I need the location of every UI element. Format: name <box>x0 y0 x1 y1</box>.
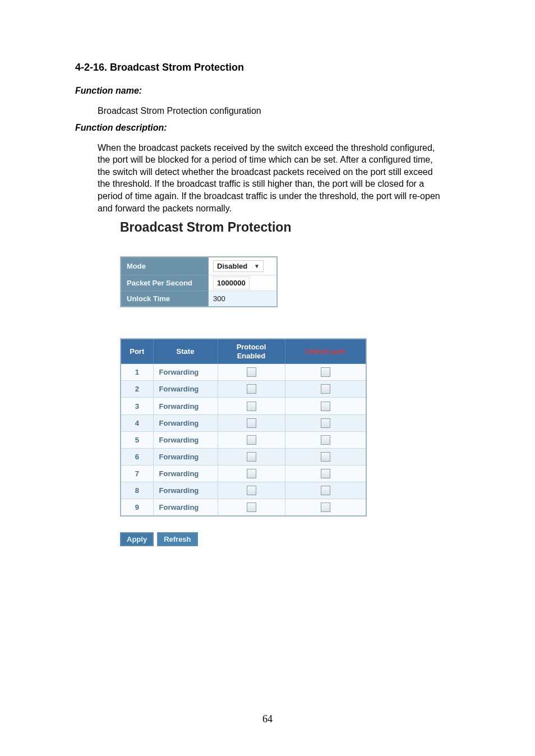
protocol-enabled-checkbox[interactable] <box>247 452 256 462</box>
protocol-enabled-checkbox[interactable] <box>247 469 256 478</box>
protocol-enabled-cell <box>218 499 285 516</box>
table-row: 3Forwarding <box>121 398 366 414</box>
refresh-button[interactable]: Refresh <box>157 532 197 546</box>
state-cell: Forwarding <box>153 499 218 516</box>
mode-label: Mode <box>121 257 209 275</box>
state-cell: Forwarding <box>153 465 218 482</box>
protocol-enabled-cell <box>218 465 285 482</box>
unlock-port-cell <box>285 482 366 499</box>
state-cell: Forwarding <box>153 431 218 448</box>
unlock-port-checkbox[interactable] <box>321 486 330 495</box>
unlock-port-checkbox[interactable] <box>321 367 330 377</box>
port-cell: 8 <box>121 482 153 499</box>
port-table: Port State ProtocolEnabled Unlock port 1… <box>120 338 367 517</box>
protocol-enabled-checkbox[interactable] <box>247 367 256 377</box>
state-cell: Forwarding <box>153 482 218 499</box>
unlock-port-cell <box>285 431 366 448</box>
unlock-time-label: Unlock Time <box>121 291 209 307</box>
state-cell: Forwarding <box>153 364 218 381</box>
port-cell: 2 <box>121 381 153 398</box>
state-cell: Forwarding <box>153 398 218 414</box>
apply-button[interactable]: Apply <box>120 532 154 546</box>
col-state: State <box>153 339 218 364</box>
function-name-value: Broadcast Strom Protection configuration <box>98 105 463 117</box>
table-row: 6Forwarding <box>121 448 366 465</box>
protocol-enabled-checkbox[interactable] <box>247 503 256 512</box>
table-row: 1Forwarding <box>121 364 366 381</box>
chevron-down-icon: ▼ <box>254 263 260 269</box>
unlock-port-checkbox[interactable] <box>321 452 330 462</box>
pps-cell: 1000000 <box>209 275 278 291</box>
section-heading: 4-2-16. Broadcast Strom Protection <box>75 62 463 73</box>
unlock-time-cell: 300 <box>209 291 278 307</box>
unlock-port-checkbox[interactable] <box>321 418 330 428</box>
table-row: 2Forwarding <box>121 381 366 398</box>
port-cell: 5 <box>121 431 153 448</box>
table-row: 7Forwarding <box>121 465 366 482</box>
function-description-label: Function description: <box>75 123 463 133</box>
table-row: 5Forwarding <box>121 431 366 448</box>
port-cell: 7 <box>121 465 153 482</box>
mode-value: Disabled <box>217 262 247 270</box>
protocol-enabled-cell <box>218 482 285 499</box>
col-protocol-enabled: ProtocolEnabled <box>218 339 285 364</box>
protocol-enabled-cell <box>218 364 285 381</box>
unlock-port-cell <box>285 499 366 516</box>
port-cell: 4 <box>121 414 153 431</box>
button-row: Apply Refresh <box>120 532 463 546</box>
state-cell: Forwarding <box>153 414 218 431</box>
mode-select[interactable]: Disabled ▼ <box>213 260 264 272</box>
unlock-port-checkbox[interactable] <box>321 435 330 445</box>
unlock-port-checkbox[interactable] <box>321 469 330 478</box>
state-cell: Forwarding <box>153 448 218 465</box>
unlock-port-checkbox[interactable] <box>321 384 330 394</box>
unlock-time-value: 300 <box>213 294 225 303</box>
protocol-enabled-checkbox[interactable] <box>247 402 256 411</box>
function-name-label: Function name: <box>75 86 463 96</box>
protocol-enabled-checkbox[interactable] <box>247 418 256 428</box>
panel-title: Broadcast Strom Protection <box>120 220 463 235</box>
unlock-port-cell <box>285 465 366 482</box>
port-cell: 3 <box>121 398 153 414</box>
mode-cell: Disabled ▼ <box>209 257 278 275</box>
protocol-enabled-cell <box>218 431 285 448</box>
unlock-port-checkbox[interactable] <box>321 402 330 411</box>
unlock-port-cell <box>285 414 366 431</box>
protocol-enabled-checkbox[interactable] <box>247 384 256 394</box>
port-cell: 6 <box>121 448 153 465</box>
protocol-enabled-cell <box>218 448 285 465</box>
protocol-enabled-checkbox[interactable] <box>247 486 256 495</box>
table-row: 4Forwarding <box>121 414 366 431</box>
port-cell: 9 <box>121 499 153 516</box>
pps-input[interactable]: 1000000 <box>213 276 250 289</box>
protocol-enabled-cell <box>218 398 285 414</box>
function-description-value: When the broadcast packets received by t… <box>98 142 445 215</box>
unlock-port-cell <box>285 398 366 414</box>
protocol-enabled-cell <box>218 414 285 431</box>
protocol-enabled-cell <box>218 381 285 398</box>
pps-label: Packet Per Second <box>121 275 209 291</box>
table-row: 9Forwarding <box>121 499 366 516</box>
unlock-port-cell <box>285 448 366 465</box>
table-row: 8Forwarding <box>121 482 366 499</box>
state-cell: Forwarding <box>153 381 218 398</box>
col-port: Port <box>121 339 153 364</box>
protocol-enabled-checkbox[interactable] <box>247 435 256 445</box>
port-cell: 1 <box>121 364 153 381</box>
col-unlock-port: Unlock port <box>285 339 366 364</box>
page-number: 64 <box>0 713 535 725</box>
unlock-port-cell <box>285 364 366 381</box>
unlock-port-checkbox[interactable] <box>321 503 330 512</box>
settings-table: Mode Disabled ▼ Packet Per Second 100000… <box>120 256 278 307</box>
unlock-port-cell <box>285 381 366 398</box>
